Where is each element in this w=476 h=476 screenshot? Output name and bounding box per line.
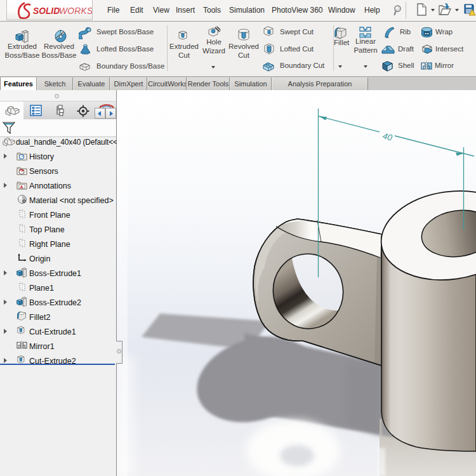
svg-text:A: A	[20, 185, 23, 189]
svg-text:WORKS: WORKS	[59, 6, 92, 16]
svg-text:SOLID: SOLID	[33, 6, 60, 16]
